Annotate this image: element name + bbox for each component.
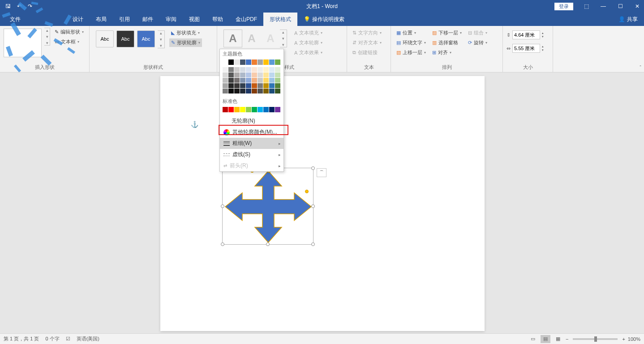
color-swatch[interactable] (234, 89, 240, 93)
color-swatch[interactable] (269, 72, 275, 77)
shape-style-3[interactable]: Abc (137, 30, 155, 47)
color-swatch[interactable] (223, 78, 228, 83)
color-swatch[interactable] (246, 72, 251, 77)
layout-options-button[interactable]: ⌒ (317, 168, 326, 177)
align-button[interactable]: ⊞对齐▾ (430, 48, 464, 57)
tab-shape-format[interactable]: 形状格式 (263, 13, 297, 26)
print-layout-icon[interactable]: ▤ (541, 335, 550, 343)
word-count[interactable]: 0 个字 (45, 336, 59, 342)
color-swatch[interactable] (228, 59, 234, 65)
bring-forward-button[interactable]: ▧上移一层▾ (395, 48, 428, 57)
tab-layout[interactable]: 布局 (90, 13, 113, 26)
color-swatch[interactable] (258, 67, 263, 72)
color-swatch[interactable] (234, 59, 240, 65)
close-icon[interactable]: ✕ (631, 3, 644, 9)
color-swatch[interactable] (252, 78, 257, 83)
color-swatch[interactable] (275, 72, 280, 77)
color-swatch[interactable] (263, 59, 269, 65)
color-swatch[interactable] (223, 83, 228, 88)
wordart-style-1[interactable]: A (223, 30, 242, 47)
redo-icon[interactable]: ↷ (28, 3, 32, 9)
color-swatch[interactable] (263, 67, 269, 72)
shape-style-2[interactable]: Abc (116, 30, 134, 47)
color-swatch[interactable] (246, 67, 251, 72)
tab-kingsoft-pdf[interactable]: 金山PDF (229, 13, 263, 26)
color-swatch[interactable] (223, 89, 228, 93)
shape-fill-button[interactable]: ◣形状填充▾ (169, 29, 202, 37)
color-swatch[interactable] (263, 89, 269, 93)
color-swatch[interactable] (234, 83, 240, 88)
color-swatch[interactable] (240, 78, 245, 83)
color-swatch[interactable] (269, 107, 275, 112)
color-swatch[interactable] (240, 67, 245, 72)
color-swatch[interactable] (258, 78, 263, 83)
wordart-style-3[interactable]: A (261, 30, 280, 47)
wordart-style-2[interactable]: A (242, 30, 261, 47)
no-outline-item[interactable]: 无轮廓(N) (220, 115, 283, 127)
zoom-in-icon[interactable]: + (622, 336, 625, 342)
group-button[interactable]: ⊟组合▾ (466, 29, 489, 37)
ribbon-display-icon[interactable]: ⬚ (580, 3, 593, 9)
text-effects-button[interactable]: A文本效果▾ (292, 48, 324, 57)
color-swatch[interactable] (258, 72, 263, 77)
color-swatch[interactable] (234, 78, 240, 83)
save-icon[interactable]: 🖫 (5, 3, 11, 9)
color-swatch[interactable] (240, 59, 245, 65)
color-swatch[interactable] (252, 72, 257, 77)
color-swatch[interactable] (252, 89, 257, 93)
wordart-expand[interactable]: ▴▾▾ (280, 30, 287, 47)
undo-icon[interactable]: ↶ (17, 3, 21, 9)
color-swatch[interactable] (228, 83, 234, 88)
color-swatch[interactable] (263, 107, 269, 112)
maximize-icon[interactable]: ☐ (614, 3, 627, 9)
selection-pane-button[interactable]: ▥选择窗格 (430, 38, 464, 47)
color-swatch[interactable] (275, 59, 280, 65)
color-swatch[interactable] (258, 83, 263, 88)
collapse-ribbon-icon[interactable]: ˆ (640, 65, 641, 70)
document-canvas[interactable]: ⚓ ⌒ (0, 72, 644, 333)
language[interactable]: 英语(美国) (77, 336, 99, 342)
color-swatch[interactable] (275, 89, 280, 93)
adjust-handle-3[interactable] (305, 190, 309, 193)
color-swatch[interactable] (240, 72, 245, 77)
color-swatch[interactable] (228, 67, 234, 72)
read-mode-icon[interactable]: ▭ (528, 335, 538, 343)
zoom-thumb[interactable] (594, 336, 597, 342)
handle-ne[interactable] (311, 166, 315, 170)
wrap-text-button[interactable]: ▤环绕文字▾ (395, 38, 428, 47)
dashes-item[interactable]: 虚线(S) ▸ (220, 149, 283, 160)
handle-se[interactable] (311, 242, 315, 246)
color-swatch[interactable] (252, 83, 257, 88)
text-outline-button[interactable]: A文本轮廓▾ (292, 38, 324, 47)
color-swatch[interactable] (228, 107, 234, 112)
color-swatch[interactable] (223, 72, 228, 77)
color-swatch[interactable] (246, 78, 251, 83)
text-direction-button[interactable]: ⇅文字方向▾ (351, 29, 383, 37)
more-colors-item[interactable]: 其他轮廓颜色(M)... (220, 127, 283, 138)
shape-outline-button[interactable]: ✎形状轮廓▾ (169, 38, 202, 47)
shape-styles-expand[interactable]: ▴▾▾ (158, 30, 165, 48)
color-swatch[interactable] (263, 83, 269, 88)
zoom-out-icon[interactable]: − (566, 336, 568, 342)
color-swatch[interactable] (234, 72, 240, 77)
color-swatch[interactable] (240, 83, 245, 88)
tab-help[interactable]: 帮助 (206, 13, 229, 26)
quad-arrow-shape[interactable] (225, 171, 311, 242)
zoom-value[interactable]: 100% (628, 336, 640, 342)
color-swatch[interactable] (263, 72, 269, 77)
color-swatch[interactable] (269, 89, 275, 93)
handle-sw[interactable] (221, 242, 224, 246)
align-text-button[interactable]: ⇵对齐文本▾ (351, 38, 383, 47)
tab-references[interactable]: 引用 (113, 13, 136, 26)
color-swatch[interactable] (269, 78, 275, 83)
color-swatch[interactable] (228, 72, 234, 77)
weight-item[interactable]: 粗细(W) ▸ (220, 138, 283, 149)
width-input[interactable] (512, 44, 540, 53)
color-swatch[interactable] (275, 67, 280, 72)
color-swatch[interactable] (275, 78, 280, 83)
tab-design[interactable]: 设计 (66, 13, 90, 26)
tab-review[interactable]: 审阅 (159, 13, 183, 26)
text-fill-button[interactable]: A文本填充▾ (292, 29, 324, 37)
color-swatch[interactable] (223, 59, 228, 65)
color-swatch[interactable] (234, 107, 240, 112)
